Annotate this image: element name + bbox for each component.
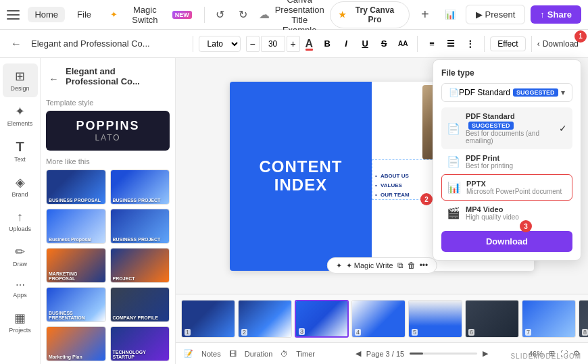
bottom-bar-left: 📝 Notes 🎞 Duration ⏱ Timer [184, 349, 315, 358]
option-mp4[interactable]: 🎬 MP4 Video High quality video [441, 201, 572, 226]
film-thumb-2[interactable]: 2 [238, 300, 292, 338]
option-pptx[interactable]: 📊 PPTX Microsoft PowerPoint document [441, 174, 572, 201]
film-thumb-3[interactable]: 3 [295, 300, 349, 338]
badge-2-container: 2 [420, 193, 433, 205]
present-icon: ▶ [476, 9, 483, 20]
share-button[interactable]: ↑ Share [531, 5, 581, 24]
thumb-label-1: BUSINESS PROPOSAL [49, 198, 101, 203]
download-area[interactable]: ‹ Download 1 [537, 39, 581, 49]
format-buttons: B I U S AA [318, 35, 412, 53]
page-indicator: Page 3 / 15 [366, 350, 404, 358]
thumb-label-2: BUSINESS PROJECT [113, 198, 161, 203]
film-thumb-1[interactable]: 1 [181, 300, 235, 338]
option-pdf-standard[interactable]: 📄 PDF Standard SUGGESTED Best for docume… [441, 107, 572, 149]
try-canva-pro-button[interactable]: ★ Try Canva Pro [330, 1, 410, 28]
redo-button[interactable]: ↻ [233, 5, 253, 25]
thumb-label-6: PROJECT [113, 276, 135, 281]
template-font1: POPPINS [54, 119, 162, 133]
film-num-5: 5 [412, 329, 418, 336]
template-thumb-2[interactable]: BUSINESS PROJECT [110, 170, 170, 205]
film-num-3: 3 [299, 328, 305, 335]
sidebar-item-text[interactable]: T Text [3, 134, 38, 168]
sidebar-label-projects: Projects [9, 327, 31, 334]
film-thumb-4[interactable]: 4 [351, 300, 406, 338]
font-size-input[interactable] [261, 36, 285, 52]
italic-button[interactable]: I [337, 35, 355, 53]
template-thumb-4[interactable]: BUSINESS PROJECT [110, 209, 170, 244]
undo-button[interactable]: ↺ [210, 5, 230, 25]
font-selector[interactable]: Lato [199, 36, 241, 52]
next-slide-icon[interactable]: ▶ [483, 349, 488, 358]
film-thumb-5[interactable]: 5 [408, 300, 462, 338]
home-button[interactable]: Home [28, 7, 65, 22]
magic-write-icon: ✦ [336, 261, 342, 270]
notes-label[interactable]: Notes [201, 350, 221, 358]
align-list-button[interactable]: ☰ [442, 35, 460, 53]
prev-slide-icon[interactable]: ◀ [356, 349, 361, 358]
download-button[interactable]: Download [441, 231, 572, 252]
sidebar-item-draw[interactable]: ✏ Draw [3, 239, 38, 273]
sidebar-label-draw: Draw [13, 261, 27, 267]
sidebar-label-uploads: Uploads [9, 226, 31, 232]
template-back-button[interactable]: ← [46, 70, 62, 88]
suggested-badge-main: SUGGESTED [513, 88, 558, 97]
font-size-increase[interactable]: + [287, 36, 300, 52]
template-thumb-1[interactable]: BUSINESS PROPOSAL [46, 170, 106, 205]
template-thumb-9[interactable]: Marketing Plan [46, 326, 106, 361]
align-right-button[interactable]: ⋮ [461, 35, 479, 53]
pdf-icon: 📄 [449, 88, 459, 97]
film-thumb-7[interactable]: 7 [522, 300, 576, 338]
cloud-icon: ☁ [259, 8, 270, 21]
strikethrough-button[interactable]: S [375, 35, 393, 53]
template-thumb-5[interactable]: MARKETING PROPOSAL [46, 248, 106, 283]
badge-3: 3 [520, 220, 532, 232]
bold-button[interactable]: B [318, 35, 336, 53]
underline-button[interactable]: U [356, 35, 374, 53]
sidebar-item-uploads[interactable]: ↑ Uploads [3, 205, 38, 238]
add-button[interactable]: + [415, 5, 435, 25]
thumb-label-10: TECHNOLOGY STARTUP [113, 350, 170, 359]
magic-write-bar[interactable]: ✦ ✦ Magic Write ⧉ 🗑 ••• [327, 257, 437, 274]
back-button[interactable]: ← [7, 34, 26, 53]
text-case-button[interactable]: AA [394, 35, 412, 53]
template-thumb-8[interactable]: COMPANY PROFILE [110, 287, 170, 322]
magic-switch-button[interactable]: ✦ Magic Switch NEW [103, 2, 199, 28]
sidebar-item-brand[interactable]: ◈ Brand [3, 170, 38, 203]
timer-icon: ⏱ [280, 350, 288, 358]
slide-blue-panel: CONTENT INDEX [230, 82, 372, 271]
left-sidebar: ⊞ Design ✦ Elements T Text ◈ Brand ↑ Upl… [0, 58, 41, 364]
divider5 [531, 36, 532, 52]
sidebar-item-projects[interactable]: ▦ Projects [3, 305, 38, 339]
option-pptx-text: PPTX Microsoft PowerPoint document [466, 180, 562, 195]
template-panel: ← Elegant and Professional Co... Templat… [41, 58, 176, 364]
sidebar-item-elements[interactable]: ✦ Elements [3, 99, 38, 132]
template-style-label: Template style [46, 99, 170, 107]
template-thumb-3[interactable]: Business Proposal [46, 209, 106, 244]
template-font2: LATO [54, 133, 162, 142]
timer-label[interactable]: Timer [296, 350, 315, 358]
file-type-select[interactable]: 📄 PDF Standard SUGGESTED ▾ [441, 83, 572, 102]
analytics-button[interactable]: 📊 [440, 5, 460, 25]
present-button[interactable]: ▶ Present [466, 5, 526, 24]
effect-button[interactable]: Effect [490, 36, 525, 51]
option-pdf-print[interactable]: 📄 PDF Print Best for printing [441, 149, 572, 174]
progress-fill [410, 353, 423, 355]
slide-title: Elegant and Professional Co... [31, 38, 187, 49]
sidebar-label-design: Design [10, 85, 29, 92]
menu-icon[interactable] [7, 10, 20, 20]
film-thumb-8[interactable]: 8 [579, 300, 588, 338]
file-button[interactable]: File [70, 7, 98, 22]
film-thumb-6[interactable]: 6 [465, 300, 519, 338]
template-thumb-7[interactable]: BUSINESS PRESENTATION [46, 287, 106, 322]
selected-type-text: PDF Standard [459, 88, 510, 97]
align-left-button[interactable]: ≡ [423, 35, 441, 53]
trash-icon: 🗑 [408, 261, 416, 270]
font-size-decrease[interactable]: − [246, 36, 260, 52]
font-color-btn[interactable]: A [305, 38, 314, 50]
film-num-1: 1 [185, 329, 191, 336]
template-thumb-6[interactable]: PROJECT [110, 248, 170, 283]
template-thumb-10[interactable]: TECHNOLOGY STARTUP [110, 326, 170, 361]
duration-label[interactable]: Duration [245, 350, 273, 358]
sidebar-item-design[interactable]: ⊞ Design [3, 63, 38, 97]
sidebar-item-apps[interactable]: ⋯ Apps [3, 274, 38, 304]
